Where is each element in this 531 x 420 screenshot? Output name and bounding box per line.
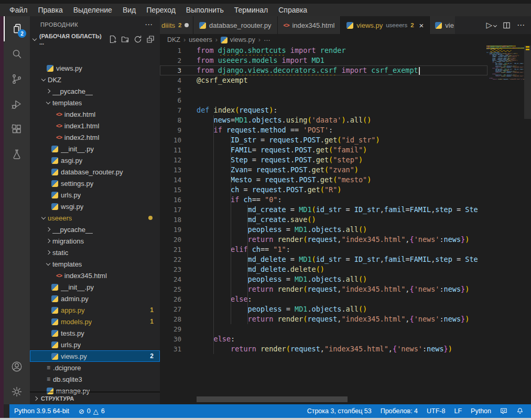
tree-file-.dcignore[interactable]: ≡.dcignore [30, 362, 160, 373]
menu-item[interactable]: Файл [4, 4, 32, 16]
code-line[interactable]: 31 return render(request,"index345.html"… [160, 344, 487, 354]
code-line[interactable]: 6 [160, 95, 487, 105]
tree-file-urls.py[interactable]: urls.py [30, 189, 160, 201]
code-line[interactable]: 21 elif ch== "1": [160, 245, 487, 255]
menu-item[interactable]: Терминал [229, 4, 273, 16]
tree-file-apps.py[interactable]: apps.py1 [30, 304, 160, 316]
tree-folder-useeers[interactable]: useeers [30, 212, 160, 224]
minimap[interactable]: from django.shortcuts import renderfrom … [486, 46, 524, 108]
code-line[interactable]: 19 peopless = MD1.objects.all() [160, 225, 487, 235]
status-problems[interactable]: ⊘0△6 [79, 407, 105, 415]
new-file-button[interactable] [109, 35, 117, 43]
collapse-folders-button[interactable] [146, 35, 155, 43]
code-line[interactable]: 2from useeers.models import MD1 [160, 56, 487, 65]
code-line[interactable]: 3from django.views.decorators.csrf impor… [160, 65, 487, 75]
tree-file-index1.html[interactable]: <>index1.html [30, 120, 160, 131]
code-line[interactable]: 17 md_create = MD1(id_str = ID_str,famil… [160, 205, 487, 215]
menu-item[interactable]: Правка [32, 4, 68, 16]
activity-source-control[interactable] [4, 67, 30, 92]
more-actions-button[interactable]: ⋯ [517, 20, 525, 30]
code-line[interactable]: 22 md_delete = MD1(id_str = ID_str,famil… [160, 255, 487, 264]
views-and-more-actions-icon[interactable]: ⋯ [145, 20, 153, 29]
code-line[interactable]: 5 [160, 85, 487, 95]
code-line[interactable]: 18 md_create.save() [160, 215, 487, 225]
code-line[interactable]: 26 else: [160, 294, 487, 304]
status-feedback[interactable] [500, 407, 507, 415]
tree-file-db.sqlite3[interactable]: ≡db.sqlite3 [30, 373, 160, 385]
tab-diiits[interactable]: diiits2 [160, 16, 193, 34]
outline-section-header[interactable]: СТРУКТУРА [30, 392, 160, 404]
code-line[interactable]: 8 news=MD1.objects.using('daata').all() [160, 115, 487, 125]
tab-vie[interactable]: vie [430, 16, 455, 34]
close-icon[interactable]: × [419, 21, 424, 30]
tree-file-asgi.py[interactable]: asgi.py [30, 154, 160, 166]
code-line[interactable]: 9 if request.method == 'POST': [160, 125, 487, 135]
status-cursor-position[interactable]: Строка 3, столбец 53 [307, 407, 372, 415]
workspace-section-header[interactable]: (РАБОЧАЯ ОБЛАСТЬ) ... [30, 33, 160, 46]
menu-item[interactable]: Выполнить [181, 4, 229, 16]
code-line[interactable]: 1from django.shortcuts import render [160, 46, 487, 56]
tree-file-__init__.py[interactable]: __init__.py [30, 281, 160, 293]
status-notifications[interactable] [516, 407, 524, 415]
horizontal-scrollbar[interactable] [197, 396, 348, 402]
code-line[interactable]: 29 [160, 324, 487, 334]
status-language[interactable]: Python [471, 407, 491, 415]
status-indentation[interactable]: Пробелов: 4 [381, 407, 418, 415]
menu-item[interactable]: Вид [117, 4, 141, 16]
tree-file-index2.html[interactable]: <>index2.html [30, 131, 160, 143]
code-line[interactable]: 27 peopless = MD1.objects.all() [160, 304, 487, 314]
tree-file-wsgi.py[interactable]: wsgi.py [30, 201, 160, 212]
tree-file-database_roouter.py[interactable]: database_roouter.py [30, 166, 160, 178]
code-line[interactable]: 30 else: [160, 334, 487, 344]
activity-extensions[interactable] [4, 117, 30, 142]
tree-file-admin.py[interactable]: admin.py [30, 293, 160, 304]
code-line[interactable]: 20 return render(request,"index345.html"… [160, 235, 487, 245]
code-line[interactable]: 24 peopless = MD1.objects.all() [160, 274, 487, 284]
tree-file-index345.html[interactable]: <>index345.html [30, 270, 160, 281]
menu-item[interactable]: Переход [141, 4, 181, 16]
code-line[interactable]: 28 return render(request,"index345.html"… [160, 314, 487, 324]
tree-file-index.html[interactable]: <>index.html [30, 108, 160, 120]
tree-file-views.py[interactable]: views.py [30, 62, 160, 74]
refresh-explorer-button[interactable] [134, 35, 142, 43]
activity-search[interactable] [4, 41, 30, 67]
tree-folder-templates[interactable]: templates [30, 258, 160, 270]
tree-file-settings.py[interactable]: settings.py [30, 178, 160, 189]
code-line[interactable]: 23 md_delete.delete() [160, 264, 487, 274]
code-line[interactable]: 7def index(request): [160, 105, 487, 115]
menu-item[interactable]: Справка [273, 4, 312, 16]
run-python-file-button[interactable]: ▷ [486, 20, 496, 30]
tab-database_roouter.py[interactable]: database_roouter.py [193, 16, 278, 34]
code-line[interactable]: 10 ID_str = request.POST.get("id_str") [160, 135, 487, 145]
activity-settings[interactable] [4, 379, 30, 404]
breadcrumb-item[interactable]: DKZ [167, 36, 180, 43]
code-line[interactable]: 4@csrf_exempt [160, 75, 487, 85]
code-line[interactable]: 16 if ch== "0": [160, 195, 487, 205]
breadcrumb-item[interactable]: ⋯ [264, 36, 270, 44]
tree-file-tests.py[interactable]: tests.py [30, 327, 160, 339]
status-encoding[interactable]: UTF-8 [427, 407, 445, 415]
tree-file-views.py[interactable]: views.py2 [30, 350, 160, 362]
status-python-version[interactable]: Python 3.9.5 64-bit [14, 407, 69, 415]
tree-folder-DKZ[interactable]: DKZ [30, 74, 160, 85]
tab-index345.html[interactable]: <>index345.html [278, 16, 341, 34]
breadcrumb-item[interactable]: useeers [189, 36, 212, 43]
activity-explorer[interactable]: 2 [4, 16, 30, 41]
split-editor-button[interactable] [503, 21, 511, 29]
tree-file-urls.py[interactable]: urls.py [30, 339, 160, 350]
code-line[interactable]: 14 Mesto = request.POST.get("mesto") [160, 175, 487, 185]
activity-run-debug[interactable] [4, 92, 30, 117]
tree-folder-__pycache__[interactable]: __pycache__ [30, 224, 160, 235]
activity-accounts[interactable] [4, 354, 30, 379]
code-line[interactable]: 13 Zvan= request.POST.get("zvan") [160, 165, 487, 175]
status-eol[interactable]: LF [454, 407, 462, 415]
tree-file-__init__.py[interactable]: __init__.py [30, 143, 160, 154]
tree-file-models.py[interactable]: models.py1 [30, 316, 160, 327]
tree-folder-static[interactable]: static [30, 247, 160, 258]
vertical-scrollbar[interactable] [524, 46, 531, 119]
code-editor[interactable]: 1from django.shortcuts import render2fro… [160, 46, 487, 370]
menu-item[interactable]: Выделение [68, 4, 117, 16]
code-line[interactable]: 25 return render(request,"index345.html"… [160, 284, 487, 294]
tree-folder-__pycache__[interactable]: __pycache__ [30, 85, 160, 97]
tab-views.py[interactable]: views.pyuseeers2× [341, 16, 430, 34]
